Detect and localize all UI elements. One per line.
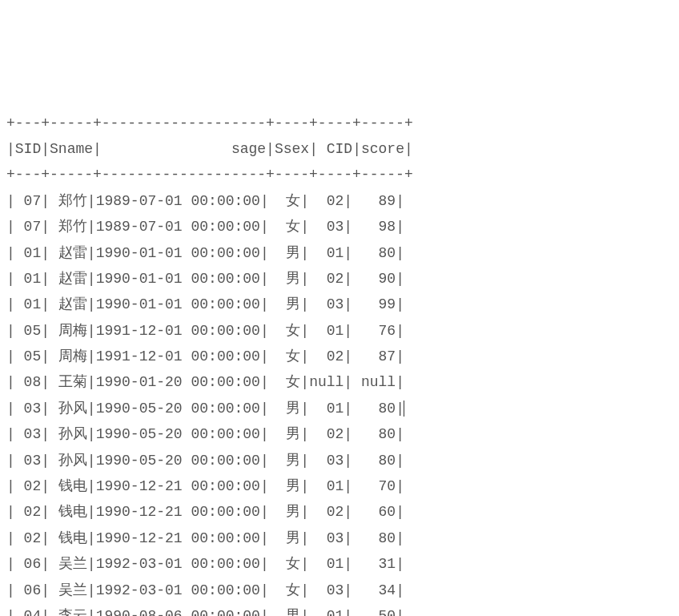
cell-sage: 1990-01-01 00:00:00 [96, 296, 260, 312]
cell-sid: 07 [15, 219, 41, 235]
table-row: | 05| 周梅|1991-12-01 00:00:00| 女| 01| 76| [6, 323, 404, 339]
cell-sname: 赵雷 [50, 271, 87, 287]
table-row: | 04| 李云|1990-08-06 00:00:00| 男| 01| 50| [6, 608, 404, 616]
cell-score: 80 [352, 245, 396, 261]
table-row: | 02| 钱电|1990-12-21 00:00:00| 男| 01| 70| [6, 478, 404, 494]
cell-score: 60 [352, 504, 396, 520]
cell-ssex: 女 [269, 193, 301, 209]
cell-sage: 1992-03-01 00:00:00 [96, 556, 260, 572]
cell-cid: 01 [309, 478, 344, 494]
cell-sid: 01 [15, 245, 41, 261]
cell-sname: 王菊 [50, 374, 87, 390]
cell-sname: 钱电 [50, 478, 87, 494]
cell-sage: 1990-01-01 00:00:00 [96, 271, 260, 287]
cell-ssex: 男 [269, 426, 301, 442]
column-header-sid: SID [15, 141, 41, 157]
cell-cid: 01 [309, 556, 344, 572]
cell-score: 50 [352, 608, 396, 616]
cell-sname: 吴兰 [50, 556, 87, 572]
cell-sage: 1989-07-01 00:00:00 [96, 219, 260, 235]
cell-sname: 李云 [50, 608, 87, 616]
table-border-top: +---+-----+-------------------+----+----… [6, 115, 413, 131]
cell-sname: 孙风 [50, 401, 87, 417]
table-header-row: |SID|Sname| sage|Ssex| CID|score| [6, 141, 413, 157]
cell-cid: 03 [309, 453, 344, 469]
cell-cid: 03 [309, 219, 344, 235]
table-row: | 06| 吴兰|1992-03-01 00:00:00| 女| 01| 31| [6, 556, 404, 572]
cell-cid: 02 [309, 193, 344, 209]
cell-ssex: 女 [269, 219, 301, 235]
table-row: | 02| 钱电|1990-12-21 00:00:00| 男| 02| 60| [6, 504, 404, 520]
cell-sage: 1990-05-20 00:00:00 [96, 426, 260, 442]
cell-sname: 郑竹 [50, 219, 87, 235]
cell-sage: 1990-08-06 00:00:00 [96, 608, 260, 616]
cell-cid: 01 [309, 401, 344, 417]
cell-cid: 01 [309, 245, 344, 261]
cell-sid: 05 [15, 323, 41, 339]
cell-score: 99 [352, 296, 396, 312]
cell-score: 31 [352, 556, 396, 572]
cell-sage: 1992-03-01 00:00:00 [96, 582, 260, 598]
cell-sage: 1990-05-20 00:00:00 [96, 453, 260, 469]
table-row: | 01| 赵雷|1990-01-01 00:00:00| 男| 03| 99| [6, 296, 404, 312]
cell-sname: 孙风 [50, 426, 87, 442]
cell-score: 80 [352, 530, 396, 546]
cell-score: null [352, 374, 396, 390]
cell-sname: 周梅 [50, 323, 87, 339]
table-row: | 05| 周梅|1991-12-01 00:00:00| 女| 02| 87| [6, 348, 404, 364]
cell-ssex: 男 [269, 245, 301, 261]
cell-sid: 08 [15, 374, 41, 390]
cell-sid: 04 [15, 608, 41, 616]
column-header-score: score [361, 141, 404, 157]
cell-ssex: 男 [269, 504, 301, 520]
cell-sname: 孙风 [50, 453, 87, 469]
cell-sid: 03 [15, 401, 41, 417]
cell-sage: 1990-01-20 00:00:00 [96, 374, 260, 390]
cell-sname: 钱电 [50, 504, 87, 520]
cell-sid: 02 [15, 478, 41, 494]
cell-sage: 1990-12-21 00:00:00 [96, 530, 260, 546]
cell-cid: 02 [309, 348, 344, 364]
cell-sid: 05 [15, 348, 41, 364]
cell-score: 70 [352, 478, 396, 494]
cell-ssex: 男 [269, 530, 301, 546]
cell-ssex: 男 [269, 296, 301, 312]
cell-sname: 郑竹 [50, 193, 87, 209]
cell-ssex: 女 [269, 323, 301, 339]
cell-cid: 01 [309, 323, 344, 339]
cell-sid: 01 [15, 271, 41, 287]
cell-ssex: 女 [269, 556, 301, 572]
cell-sage: 1991-12-01 00:00:00 [96, 348, 260, 364]
cell-score: 80 [352, 453, 396, 469]
cell-sname: 周梅 [50, 348, 87, 364]
table-border-mid: +---+-----+-------------------+----+----… [6, 167, 413, 183]
cell-score: 80 [352, 426, 396, 442]
table-row: | 01| 赵雷|1990-01-01 00:00:00| 男| 01| 80| [6, 245, 404, 261]
cell-cid: 02 [309, 426, 344, 442]
table-row: | 08| 王菊|1990-01-20 00:00:00| 女|null| nu… [6, 374, 404, 390]
table-row: | 07| 郑竹|1989-07-01 00:00:00| 女| 02| 89| [6, 193, 404, 209]
table-row: | 02| 钱电|1990-12-21 00:00:00| 男| 03| 80| [6, 530, 404, 546]
cell-sid: 06 [15, 556, 41, 572]
cell-sid: 01 [15, 296, 41, 312]
cell-sage: 1990-01-01 00:00:00 [96, 245, 260, 261]
cell-cid: 01 [309, 608, 344, 616]
cell-sid: 02 [15, 530, 41, 546]
column-header-sage: sage [102, 141, 266, 157]
cell-sname: 吴兰 [50, 582, 87, 598]
cell-score: 76 [352, 323, 396, 339]
cell-ssex: 男 [269, 608, 301, 616]
sql-result-table: +---+-----+-------------------+----+----… [6, 111, 413, 616]
column-header-ssex: Ssex [275, 141, 309, 157]
column-header-cid: CID [318, 141, 352, 157]
cell-score: 90 [352, 271, 396, 287]
table-row: | 03| 孙风|1990-05-20 00:00:00| 男| 03| 80| [6, 453, 404, 469]
table-row: | 07| 郑竹|1989-07-01 00:00:00| 女| 03| 98| [6, 219, 404, 235]
cell-score: 98 [352, 219, 396, 235]
table-row: | 03| 孙风|1990-05-20 00:00:00| 男| 02| 80| [6, 426, 404, 442]
cell-cid: 02 [309, 504, 344, 520]
cell-cid: 03 [309, 530, 344, 546]
cell-score: 34 [352, 582, 396, 598]
cell-sid: 07 [15, 193, 41, 209]
cell-cid: 02 [309, 271, 344, 287]
